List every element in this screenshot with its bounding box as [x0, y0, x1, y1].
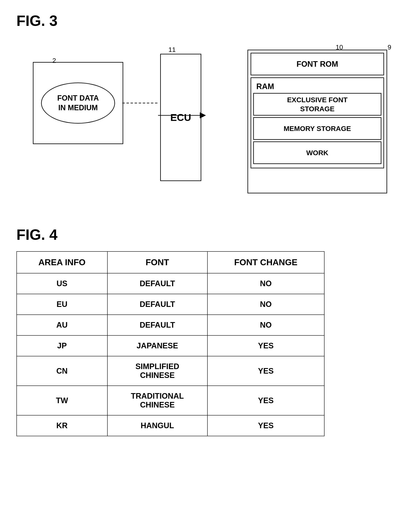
fig3-section: FIG. 3 2 FONT DATA IN MEDIUM 11 — [16, 12, 404, 206]
cell-area: AU — [17, 315, 107, 335]
cell-font-change: YES — [207, 335, 324, 356]
cell-area: CN — [17, 356, 107, 386]
table-row: CNSIMPLIFIEDCHINESEYES — [17, 356, 324, 386]
ram-outer-box: FONT ROM RAM EXCLUSIVE FONTSTORAGE MEMOR… — [248, 50, 387, 193]
cell-font-change: YES — [207, 356, 324, 386]
cell-font-change: YES — [207, 415, 324, 436]
cell-font-change: NO — [207, 315, 324, 335]
work-box: WORK — [253, 141, 381, 164]
work-text: WORK — [306, 148, 328, 157]
fig4-table: AREA INFO FONT FONT CHANGE USDEFAULTNOEU… — [16, 251, 324, 436]
cell-font: DEFAULT — [107, 315, 207, 335]
table-row: JPJAPANESEYES — [17, 335, 324, 356]
cell-area: US — [17, 273, 107, 294]
cell-font: DEFAULT — [107, 273, 207, 294]
table-header-row: AREA INFO FONT FONT CHANGE — [17, 251, 324, 273]
fig3-label: FIG. 3 — [16, 12, 404, 29]
cell-font-change: YES — [207, 386, 324, 415]
cell-area: JP — [17, 335, 107, 356]
exclusive-font-storage-text: EXCLUSIVE FONTSTORAGE — [287, 95, 348, 113]
cell-font-change: NO — [207, 273, 324, 294]
ecu-box: ECU — [160, 54, 201, 181]
table-row: AUDEFAULTNO — [17, 315, 324, 335]
fig4-section: FIG. 4 AREA INFO FONT FONT CHANGE USDEFA… — [16, 226, 404, 436]
diagram-area: 2 FONT DATA IN MEDIUM 11 ECU 10 9 FONT R… — [16, 37, 404, 206]
cell-font-change: NO — [207, 294, 324, 315]
col-font: FONT — [107, 251, 207, 273]
memory-storage-text: MEMORY STORAGE — [284, 124, 351, 133]
ecu-text: ECU — [170, 112, 191, 123]
table-row: EUDEFAULTNO — [17, 294, 324, 315]
medium-ellipse: FONT DATA IN MEDIUM — [41, 82, 115, 124]
col-area-info: AREA INFO — [17, 251, 107, 273]
ram-label: RAM — [253, 80, 381, 93]
exclusive-font-storage-box: EXCLUSIVE FONTSTORAGE — [253, 93, 381, 116]
label-9: 9 — [388, 44, 391, 51]
font-rom-box: FONT ROM — [251, 53, 384, 75]
cell-area: TW — [17, 386, 107, 415]
cell-font: TRADITIONALCHINESE — [107, 386, 207, 415]
medium-ellipse-text: FONT DATA IN MEDIUM — [57, 93, 99, 113]
cell-font: HANGUL — [107, 415, 207, 436]
table-row: USDEFAULTNO — [17, 273, 324, 294]
cell-font: JAPANESE — [107, 335, 207, 356]
memory-storage-box: MEMORY STORAGE — [253, 117, 381, 140]
fig4-label: FIG. 4 — [16, 226, 404, 243]
table-row: KRHANGULYES — [17, 415, 324, 436]
cell-font: DEFAULT — [107, 294, 207, 315]
table-row: TWTRADITIONALCHINESEYES — [17, 386, 324, 415]
label-11: 11 — [168, 46, 176, 54]
cell-area: KR — [17, 415, 107, 436]
cell-area: EU — [17, 294, 107, 315]
medium-box: FONT DATA IN MEDIUM — [33, 62, 123, 144]
ram-inner-box: RAM EXCLUSIVE FONTSTORAGE MEMORY STORAGE… — [251, 77, 384, 168]
font-rom-text: FONT ROM — [297, 60, 338, 69]
cell-font: SIMPLIFIEDCHINESE — [107, 356, 207, 386]
col-font-change: FONT CHANGE — [207, 251, 324, 273]
